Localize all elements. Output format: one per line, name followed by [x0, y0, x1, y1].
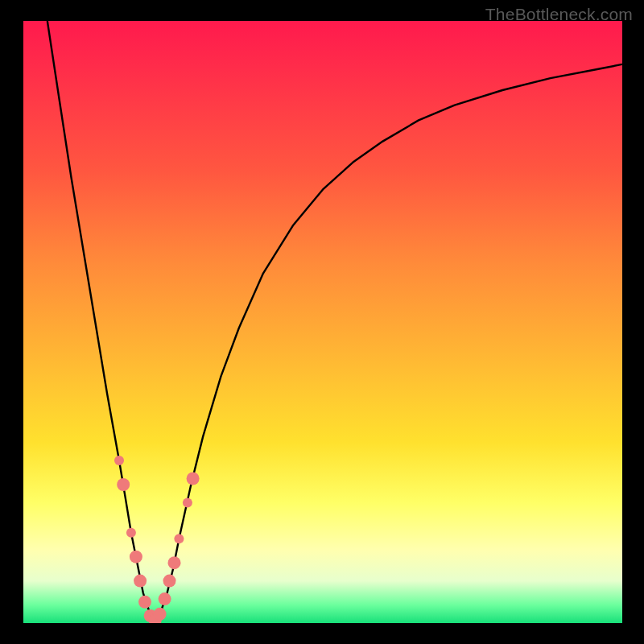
marker-dot	[187, 473, 200, 485]
highlighted-points	[114, 456, 200, 623]
marker-dot	[174, 534, 184, 543]
watermark-text: TheBottleneck.com	[485, 5, 633, 24]
marker-dot	[134, 575, 147, 588]
marker-dot	[114, 456, 124, 465]
marker-dot	[154, 608, 167, 621]
marker-dot	[159, 592, 171, 605]
chart-plot-area	[23, 21, 622, 623]
marker-dot	[168, 556, 181, 569]
marker-dot	[126, 528, 136, 538]
marker-dot	[183, 497, 192, 507]
chart-frame: TheBottleneck.com	[0, 0, 644, 644]
marker-dot	[163, 575, 176, 588]
bottleneck-curve-svg	[23, 21, 622, 623]
marker-dot	[117, 478, 130, 491]
marker-dot	[130, 551, 142, 564]
marker-dot	[138, 596, 151, 609]
